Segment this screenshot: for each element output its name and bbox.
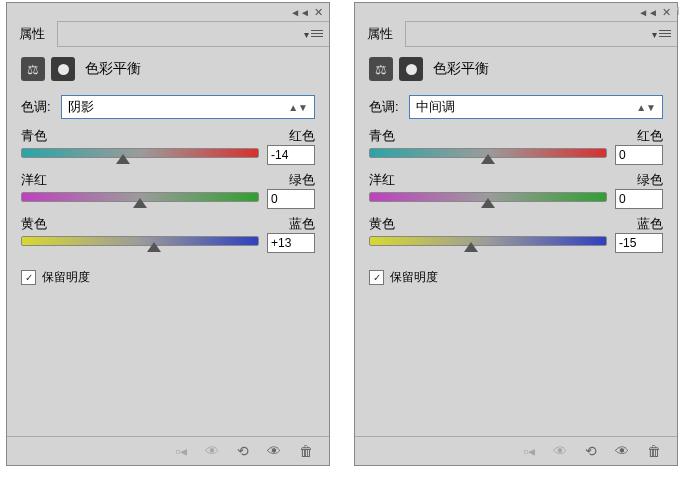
tone-select[interactable]: 阴影▲▼ bbox=[61, 95, 315, 119]
value-magenta-green[interactable] bbox=[615, 189, 663, 209]
label-yellow: 黄色 bbox=[369, 215, 395, 233]
panel-menu-icon[interactable]: ▾ bbox=[304, 29, 323, 40]
properties-panel-right: ◄◄ ✕ 属性 ▾ ⚖ 色彩平衡 色调: 中间调▲▼ 青色红色 洋红绿色 bbox=[354, 2, 678, 466]
trash-icon[interactable]: 🗑 bbox=[299, 443, 313, 459]
label-green: 绿色 bbox=[289, 171, 315, 189]
chevron-down-icon: ▲▼ bbox=[288, 102, 308, 113]
tone-label: 色调: bbox=[369, 98, 409, 116]
balance-icon: ⚖ bbox=[21, 57, 45, 81]
balance-icon: ⚖ bbox=[369, 57, 393, 81]
label-blue: 蓝色 bbox=[289, 215, 315, 233]
eye-prev-icon[interactable]: 👁 bbox=[553, 443, 567, 459]
panel-tabrow: 属性 ▾ bbox=[355, 22, 677, 47]
visibility-icon[interactable]: 👁 bbox=[615, 443, 629, 459]
trash-icon[interactable]: 🗑 bbox=[647, 443, 661, 459]
slider-cyan-red[interactable] bbox=[369, 146, 607, 164]
close-icon[interactable]: ✕ bbox=[662, 6, 671, 19]
tab-properties[interactable]: 属性 bbox=[7, 21, 58, 47]
visibility-icon[interactable]: 👁 bbox=[267, 443, 281, 459]
tone-label: 色调: bbox=[21, 98, 61, 116]
slider-cyan-red[interactable] bbox=[21, 146, 259, 164]
slider-yellow-blue[interactable] bbox=[21, 234, 259, 252]
panel-footer: ▫◂ 👁 ⟲ 👁 🗑 bbox=[7, 436, 329, 465]
adjustment-title: 色彩平衡 bbox=[85, 60, 141, 78]
clip-icon[interactable]: ▫◂ bbox=[175, 443, 187, 459]
chevron-down-icon: ▲▼ bbox=[636, 102, 656, 113]
preserve-luminosity-label: 保留明度 bbox=[390, 269, 438, 286]
panel-topbar: ◄◄ ✕ bbox=[355, 3, 677, 22]
label-cyan: 青色 bbox=[21, 127, 47, 145]
panel-topbar: ◄◄ ✕ bbox=[7, 3, 329, 22]
value-magenta-green[interactable] bbox=[267, 189, 315, 209]
eye-prev-icon[interactable]: 👁 bbox=[205, 443, 219, 459]
slider-magenta-green[interactable] bbox=[21, 190, 259, 208]
value-cyan-red[interactable] bbox=[267, 145, 315, 165]
collapse-icon[interactable]: ◄◄ bbox=[290, 7, 310, 18]
slider-magenta-green[interactable] bbox=[369, 190, 607, 208]
panel-footer: ▫◂ 👁 ⟲ 👁 🗑 bbox=[355, 436, 677, 465]
collapse-icon[interactable]: ◄◄ bbox=[638, 7, 658, 18]
tone-select[interactable]: 中间调▲▼ bbox=[409, 95, 663, 119]
label-cyan: 青色 bbox=[369, 127, 395, 145]
mask-icon bbox=[51, 57, 75, 81]
reset-icon[interactable]: ⟲ bbox=[585, 443, 597, 459]
clip-icon[interactable]: ▫◂ bbox=[523, 443, 535, 459]
label-yellow: 黄色 bbox=[21, 215, 47, 233]
label-red: 红色 bbox=[289, 127, 315, 145]
properties-panel-left: ◄◄ ✕ 属性 ▾ ⚖ 色彩平衡 色调: 阴影▲▼ 青色红色 洋红绿色 bbox=[6, 2, 330, 466]
panel-menu-icon[interactable]: ▾ bbox=[652, 29, 671, 40]
value-yellow-blue[interactable] bbox=[615, 233, 663, 253]
label-magenta: 洋红 bbox=[369, 171, 395, 189]
close-icon[interactable]: ✕ bbox=[314, 6, 323, 19]
preserve-luminosity-checkbox[interactable]: ✓ bbox=[21, 270, 36, 285]
label-blue: 蓝色 bbox=[637, 215, 663, 233]
slider-yellow-blue[interactable] bbox=[369, 234, 607, 252]
reset-icon[interactable]: ⟲ bbox=[237, 443, 249, 459]
preserve-luminosity-label: 保留明度 bbox=[42, 269, 90, 286]
label-green: 绿色 bbox=[637, 171, 663, 189]
value-cyan-red[interactable] bbox=[615, 145, 663, 165]
mask-icon bbox=[399, 57, 423, 81]
panel-tabrow: 属性 ▾ bbox=[7, 22, 329, 47]
label-red: 红色 bbox=[637, 127, 663, 145]
adjustment-title: 色彩平衡 bbox=[433, 60, 489, 78]
preserve-luminosity-checkbox[interactable]: ✓ bbox=[369, 270, 384, 285]
label-magenta: 洋红 bbox=[21, 171, 47, 189]
value-yellow-blue[interactable] bbox=[267, 233, 315, 253]
tab-properties[interactable]: 属性 bbox=[355, 21, 406, 47]
